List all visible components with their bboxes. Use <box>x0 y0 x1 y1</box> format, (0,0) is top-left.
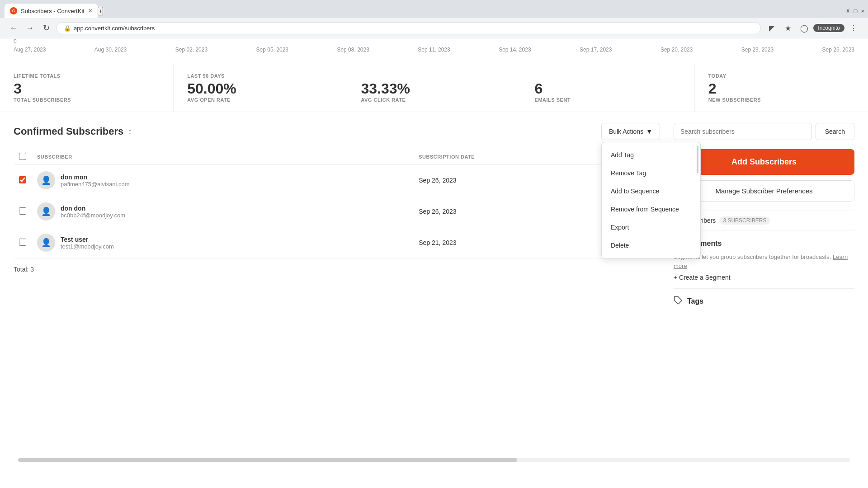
select-all-checkbox[interactable] <box>19 153 26 160</box>
chart-date-0: Aug 27, 2023 <box>14 47 46 53</box>
scrollbar-thumb <box>18 458 517 462</box>
last90-label: LAST 90 DAYS <box>187 73 333 79</box>
subscriber-name: Test user <box>61 236 114 243</box>
table-header: Confirmed Subscribers ↕ Bulk Actions ▼ A… <box>14 123 660 140</box>
row-2-checkbox[interactable] <box>19 207 26 215</box>
avg-click-rate-stat: 33.33% AVG CLICK RATE <box>347 64 521 112</box>
table-row: 👤 Test user test1@moodjoy.com Sep 21, 20… <box>14 227 660 258</box>
spacer-label2 <box>535 73 681 79</box>
dropdown-scrollbar[interactable] <box>697 146 698 254</box>
subscriber-details: Test user test1@moodjoy.com <box>61 236 114 250</box>
subscriber-details: don mon pafimen475@alvisani.com <box>61 174 130 188</box>
segments-desc: Segments let you group subscribers toget… <box>674 253 854 270</box>
subscriber-email: bc0bb24f@moodjoy.com <box>61 212 125 219</box>
spacer-label <box>361 73 507 79</box>
row-3-checkbox[interactable] <box>19 239 26 246</box>
row-3-subscriber: 👤 Test user test1@moodjoy.com <box>32 227 413 258</box>
subscriber-info: 👤 Test user test1@moodjoy.com <box>37 234 408 252</box>
dropdown-remove-sequence[interactable]: Remove from Sequence <box>602 200 700 218</box>
tags-icon <box>674 296 683 306</box>
avatar: 👤 <box>37 171 55 189</box>
avatar: 👤 <box>37 202 55 221</box>
subscriber-details: don don bc0bb24f@moodjoy.com <box>61 205 125 219</box>
search-input[interactable] <box>674 123 812 140</box>
dropdown-remove-tag[interactable]: Remove Tag <box>602 164 700 182</box>
tab-title: Subscribers - ConvertKit <box>21 8 85 14</box>
avg-open-rate-value: 50.00% <box>187 80 333 97</box>
subscribers-tbody: 👤 don mon pafimen475@alvisani.com Sep 26… <box>14 165 660 258</box>
chart-date-5: Sep 11, 2023 <box>418 47 450 53</box>
bulk-actions-label: Bulk Actions <box>609 128 643 135</box>
manage-prefs-button[interactable]: Manage Subscriber Preferences <box>674 180 854 202</box>
table-row: 👤 don mon pafimen475@alvisani.com Sep 26… <box>14 165 660 196</box>
last90-avg-open-stat: LAST 90 DAYS 50.00% AVG OPEN RATE <box>174 64 347 112</box>
emails-sent-stat: 6 EMAILS SENT <box>521 64 695 112</box>
total-label: Total: <box>14 266 28 273</box>
dropdown-add-sequence[interactable]: Add to Sequence <box>602 182 700 200</box>
profile-button[interactable]: ◯ <box>797 21 811 35</box>
new-subscribers-label: NEW SUBSCRIBERS <box>708 97 854 103</box>
subscriber-email: test1@moodjoy.com <box>61 243 114 250</box>
bulk-actions-dropdown: Add Tag Remove Tag Add to Sequence Remov… <box>601 142 701 258</box>
page-content: 0 Aug 27, 2023 Aug 30, 2023 Sep 02, 2023… <box>0 38 868 488</box>
table-head: SUBSCRIBER SUBSCRIPTION DATE <box>14 149 660 165</box>
url-text: app.convertkit.com/subscribers <box>74 25 155 32</box>
chart-date-8: Sep 20, 2023 <box>660 47 693 53</box>
bulk-actions-button[interactable]: Bulk Actions ▼ <box>601 123 660 140</box>
incognito-badge: Incognito <box>813 24 844 32</box>
row-1-subscriber: 👤 don mon pafimen475@alvisani.com <box>32 165 413 196</box>
row-1-checkbox[interactable] <box>19 176 26 183</box>
search-button[interactable]: Search <box>816 123 854 140</box>
cast-button[interactable]: ◤ <box>764 21 779 35</box>
avg-open-rate-label: AVG OPEN RATE <box>187 97 333 103</box>
tab-favicon: C <box>10 7 17 14</box>
dropdown-export[interactable]: Export <box>602 218 700 236</box>
chart-date-7: Sep 17, 2023 <box>580 47 612 53</box>
forward-button[interactable]: → <box>24 22 36 34</box>
bottom-scrollbar[interactable] <box>18 458 850 462</box>
total-subscribers-label: TOTAL SUBSCRIBERS <box>14 97 160 103</box>
create-segment-link[interactable]: + Create a Segment <box>674 274 731 281</box>
sort-icon[interactable]: ↕ <box>128 127 132 136</box>
today-stat: TODAY 2 NEW SUBSCRIBERS <box>695 64 868 112</box>
right-sidebar: Search Add Subscribers Manage Subscriber… <box>674 123 854 447</box>
reload-button[interactable]: ↻ <box>40 22 52 34</box>
subscriber-email: pafimen475@alvisani.com <box>61 181 130 188</box>
dropdown-add-tag[interactable]: Add Tag <box>602 146 700 164</box>
chart-date-6: Sep 14, 2023 <box>499 47 531 53</box>
dropdown-delete[interactable]: Delete <box>602 236 700 254</box>
main-area: Confirmed Subscribers ↕ Bulk Actions ▼ A… <box>0 112 868 458</box>
lock-icon: 🔒 <box>64 25 71 32</box>
subscriber-info: 👤 don mon pafimen475@alvisani.com <box>37 171 408 189</box>
section-title-text: Confirmed Subscribers <box>14 126 123 137</box>
add-subscribers-button[interactable]: Add Subscribers <box>674 149 854 175</box>
tags-section: Tags <box>674 288 854 314</box>
chart-dates: Aug 27, 2023 Aug 30, 2023 Sep 02, 2023 S… <box>14 47 854 56</box>
chart-area: 0 Aug 27, 2023 Aug 30, 2023 Sep 02, 2023… <box>0 38 868 64</box>
active-tab[interactable]: C Subscribers - ConvertKit × <box>5 4 98 18</box>
search-row: Search <box>674 123 854 140</box>
emails-sent-value: 6 <box>535 80 681 97</box>
subscribers-table: SUBSCRIBER SUBSCRIPTION DATE 👤 don mon <box>14 149 660 258</box>
browser-actions: ◤ ★ ◯ Incognito ⋮ <box>764 21 861 35</box>
avg-click-rate-label: AVG CLICK RATE <box>361 97 507 103</box>
tab-bar: C Subscribers - ConvertKit × + ⊻ □ × <box>0 0 868 18</box>
menu-button[interactable]: ⋮ <box>846 21 861 35</box>
subscriber-info: 👤 don don bc0bb24f@moodjoy.com <box>37 202 408 221</box>
back-button[interactable]: ← <box>7 22 20 34</box>
table-row: 👤 don don bc0bb24f@moodjoy.com Sep 26, 2… <box>14 196 660 227</box>
avg-click-rate-value: 33.33% <box>361 80 507 97</box>
tab-close-button[interactable]: × <box>88 7 92 14</box>
bookmark-button[interactable]: ★ <box>781 21 795 35</box>
avatar: 👤 <box>37 234 55 252</box>
subscriber-name: don mon <box>61 174 130 181</box>
row-2-subscriber: 👤 don don bc0bb24f@moodjoy.com <box>32 196 413 227</box>
stats-bar: LIFETIME TOTALS 3 TOTAL SUBSCRIBERS LAST… <box>0 64 868 112</box>
lifetime-totals-stat: LIFETIME TOTALS 3 TOTAL SUBSCRIBERS <box>0 64 174 112</box>
bulk-actions-chevron-icon: ▼ <box>646 128 652 135</box>
total-value: 3 <box>30 266 34 273</box>
address-input[interactable]: 🔒 app.convertkit.com/subscribers <box>56 22 761 34</box>
new-tab-button[interactable]: + <box>98 7 103 15</box>
segments-section: Segments Segments let you group subscrib… <box>674 230 854 288</box>
all-subscribers-row[interactable]: All Subscribers 3 SUBSCRIBERS <box>674 211 854 230</box>
